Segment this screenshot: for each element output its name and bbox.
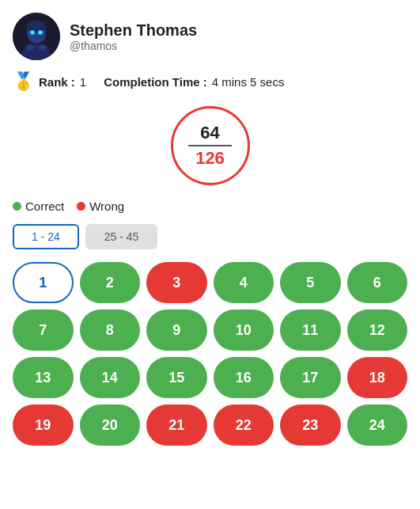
number-btn-23[interactable]: 23 <box>280 405 341 446</box>
score-numerator: 64 <box>200 123 219 142</box>
number-btn-10[interactable]: 10 <box>214 310 274 351</box>
score-denominator: 126 <box>195 149 225 168</box>
legend: Correct Wrong <box>13 199 407 213</box>
wrong-dot <box>77 202 85 211</box>
number-btn-16[interactable]: 16 <box>214 357 274 398</box>
rank-emoji: 🥇 <box>13 71 34 92</box>
wrong-label: Wrong <box>89 199 124 213</box>
rank-section: 🥇 Rank : 1 Completion Time : 4 mins 5 se… <box>13 71 407 92</box>
svg-point-7 <box>39 44 47 51</box>
number-btn-22[interactable]: 22 <box>214 405 274 446</box>
number-btn-9[interactable]: 9 <box>146 310 207 351</box>
number-btn-2[interactable]: 2 <box>80 262 141 303</box>
number-btn-14[interactable]: 14 <box>80 357 141 398</box>
profile-handle: @thamos <box>70 40 197 52</box>
score-container: 64 126 <box>13 106 407 185</box>
profile-section: Stephen Thomas @thamos <box>13 13 407 60</box>
number-btn-18[interactable]: 18 <box>347 357 408 398</box>
correct-label: Correct <box>25 199 64 213</box>
number-btn-20[interactable]: 20 <box>80 405 141 446</box>
completion-value: 4 mins 5 secs <box>212 75 285 89</box>
svg-point-8 <box>31 31 34 34</box>
number-btn-17[interactable]: 17 <box>280 357 341 398</box>
number-btn-1[interactable]: 1 <box>13 262 74 303</box>
number-btn-12[interactable]: 12 <box>347 310 408 351</box>
number-btn-19[interactable]: 19 <box>13 405 74 446</box>
score-divider <box>188 145 232 146</box>
completion-label: Completion Time : <box>104 75 207 89</box>
number-btn-5[interactable]: 5 <box>280 262 341 303</box>
svg-point-9 <box>39 31 42 34</box>
score-circle: 64 126 <box>171 106 250 185</box>
number-btn-24[interactable]: 24 <box>347 405 408 446</box>
number-btn-13[interactable]: 13 <box>13 357 74 398</box>
tab-25-45[interactable]: 25 - 45 <box>85 224 158 249</box>
svg-point-3 <box>26 21 47 33</box>
number-btn-15[interactable]: 15 <box>146 357 207 398</box>
number-btn-3[interactable]: 3 <box>146 262 207 303</box>
rank-value: 1 <box>80 75 86 89</box>
tab-1-24[interactable]: 1 - 24 <box>13 224 79 249</box>
profile-name: Stephen Thomas <box>70 21 197 40</box>
avatar <box>13 13 60 60</box>
number-btn-21[interactable]: 21 <box>146 405 207 446</box>
number-btn-8[interactable]: 8 <box>80 310 141 351</box>
number-btn-4[interactable]: 4 <box>214 262 274 303</box>
svg-point-6 <box>26 44 34 51</box>
legend-wrong: Wrong <box>77 199 124 213</box>
range-tabs: 1 - 24 25 - 45 <box>13 224 407 249</box>
number-btn-11[interactable]: 11 <box>280 310 341 351</box>
number-btn-6[interactable]: 6 <box>347 262 408 303</box>
legend-correct: Correct <box>13 199 64 213</box>
number-grid: 123456789101112131415161718192021222324 <box>13 262 407 446</box>
profile-info: Stephen Thomas @thamos <box>70 21 197 52</box>
number-btn-7[interactable]: 7 <box>13 310 74 351</box>
correct-dot <box>13 202 21 211</box>
rank-label: Rank : <box>39 75 75 89</box>
